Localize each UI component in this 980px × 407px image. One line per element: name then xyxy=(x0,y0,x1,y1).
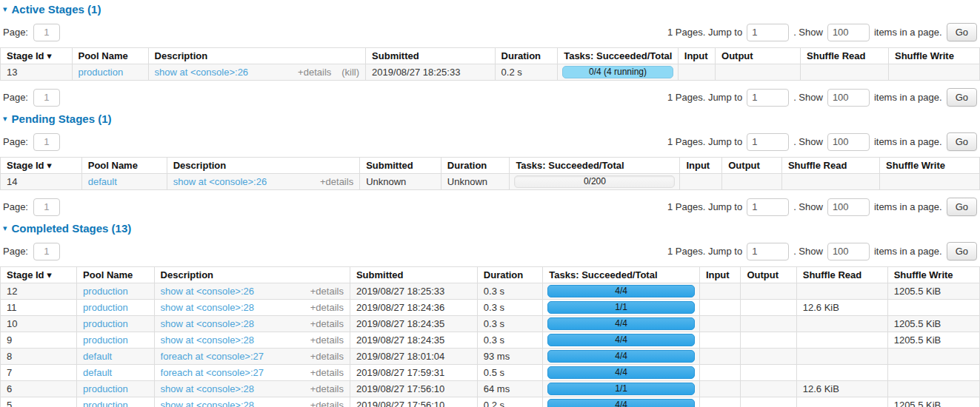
column-header-submitted[interactable]: Submitted xyxy=(360,158,441,174)
page-number-input[interactable] xyxy=(33,198,60,216)
pool-name-link[interactable]: default xyxy=(88,176,117,187)
column-header-tasks-succeeded-total[interactable]: Tasks: Succeeded/Total xyxy=(558,48,679,64)
go-button[interactable]: Go xyxy=(947,132,977,151)
pool-name-link[interactable]: default xyxy=(83,351,112,362)
stage-row: 13productionshow at <console>:26+details… xyxy=(1,64,980,81)
column-header-tasks-succeeded-total[interactable]: Tasks: Succeeded/Total xyxy=(543,267,700,283)
shuffle-write-cell: 1205.5 KiB xyxy=(887,316,979,332)
column-header-duration[interactable]: Duration xyxy=(441,158,510,174)
pool-name-link[interactable]: production xyxy=(83,286,128,297)
show-items-input[interactable] xyxy=(827,198,870,216)
show-items-input[interactable] xyxy=(827,89,870,107)
description-link[interactable]: show at <console>:28 xyxy=(161,318,300,329)
column-header-input[interactable]: Input xyxy=(699,267,741,283)
go-button[interactable]: Go xyxy=(947,88,977,107)
column-header-input[interactable]: Input xyxy=(680,158,722,174)
description-link[interactable]: show at <console>:26 xyxy=(173,176,310,187)
column-header-description[interactable]: Description xyxy=(148,48,365,64)
completed-stages-heading[interactable]: ▾ Completed Stages (13) xyxy=(3,222,980,235)
jump-to-page-input[interactable] xyxy=(747,133,789,151)
details-toggle[interactable]: +details xyxy=(310,302,344,313)
page-number-input[interactable] xyxy=(33,133,60,151)
kill-link[interactable]: (kill) xyxy=(341,67,359,78)
column-header-output[interactable]: Output xyxy=(741,267,796,283)
column-header-submitted[interactable]: Submitted xyxy=(366,48,496,64)
go-button[interactable]: Go xyxy=(947,23,977,41)
column-header-stage-id[interactable]: Stage Id ▾ xyxy=(1,267,77,283)
input-cell xyxy=(680,174,722,190)
column-header-output[interactable]: Output xyxy=(716,48,801,64)
description-link[interactable]: show at <console>:28 xyxy=(161,302,300,313)
details-toggle[interactable]: +details xyxy=(310,383,344,394)
column-header-stage-id[interactable]: Stage Id ▾ xyxy=(1,158,82,174)
details-toggle[interactable]: +details xyxy=(310,286,344,297)
header-row: Stage Id ▾Pool NameDescriptionSubmittedD… xyxy=(1,158,980,174)
pool-name-link[interactable]: production xyxy=(83,318,128,329)
column-header-duration[interactable]: Duration xyxy=(495,48,558,64)
shuffle-write-cell xyxy=(887,300,979,316)
column-header-pool-name[interactable]: Pool Name xyxy=(77,267,154,283)
column-header-pool-name[interactable]: Pool Name xyxy=(81,158,167,174)
page-number-input[interactable] xyxy=(33,24,60,41)
column-header-output[interactable]: Output xyxy=(722,158,782,174)
jump-to-page-input[interactable] xyxy=(747,198,789,216)
pool-name-link[interactable]: production xyxy=(83,383,128,394)
details-toggle[interactable]: +details xyxy=(310,318,344,329)
show-items-input[interactable] xyxy=(827,133,870,151)
pool-name-link[interactable]: production xyxy=(83,334,128,346)
details-toggle[interactable]: +details xyxy=(310,351,344,362)
shuffle-write-cell xyxy=(880,174,980,190)
description-link[interactable]: foreach at <console>:27 xyxy=(161,367,300,378)
column-header-shuffle-write[interactable]: Shuffle Write xyxy=(888,48,979,64)
details-toggle[interactable]: +details xyxy=(298,67,331,78)
description-link[interactable]: show at <console>:28 xyxy=(161,334,300,346)
duration-cell: 93 ms xyxy=(477,349,543,365)
shuffle-write-cell xyxy=(887,381,979,397)
items-label: items in a page. xyxy=(874,136,942,147)
page-number-input[interactable] xyxy=(33,89,60,107)
show-items-input[interactable] xyxy=(827,24,870,41)
active-stages-section: ▾ Active Stages (1) Page: 1 Pages. Jump … xyxy=(0,3,980,107)
details-toggle[interactable]: +details xyxy=(310,400,344,407)
stage-row: 8defaultforeach at <console>:27+details2… xyxy=(1,349,980,365)
pending-stages-heading[interactable]: ▾ Pending Stages (1) xyxy=(3,112,980,125)
description-link[interactable]: show at <console>:26 xyxy=(155,67,287,78)
description-link[interactable]: show at <console>:28 xyxy=(161,383,300,394)
details-toggle[interactable]: +details xyxy=(310,367,344,378)
column-header-duration[interactable]: Duration xyxy=(477,267,543,283)
column-header-submitted[interactable]: Submitted xyxy=(350,267,477,283)
column-header-shuffle-write[interactable]: Shuffle Write xyxy=(880,158,980,174)
details-toggle[interactable]: +details xyxy=(320,176,353,187)
column-header-input[interactable]: Input xyxy=(678,48,715,64)
column-header-tasks-succeeded-total[interactable]: Tasks: Succeeded/Total xyxy=(510,158,680,174)
column-header-shuffle-write[interactable]: Shuffle Write xyxy=(887,267,979,283)
pool-name-link[interactable]: production xyxy=(79,67,124,78)
submitted-cell: 2019/08/27 18:24:35 xyxy=(350,332,477,349)
column-header-shuffle-read[interactable]: Shuffle Read xyxy=(801,48,889,64)
column-header-stage-id[interactable]: Stage Id ▾ xyxy=(1,48,73,64)
column-header-pool-name[interactable]: Pool Name xyxy=(72,48,148,64)
description-link[interactable]: show at <console>:28 xyxy=(161,400,300,407)
show-items-input[interactable] xyxy=(827,243,870,260)
column-header-description[interactable]: Description xyxy=(154,267,350,283)
pool-name-link[interactable]: production xyxy=(83,400,128,407)
pool-name-link[interactable]: default xyxy=(83,367,112,378)
description-link[interactable]: foreach at <console>:27 xyxy=(161,351,300,362)
jump-to-page-input[interactable] xyxy=(747,89,789,107)
page-number-input[interactable] xyxy=(33,243,60,260)
column-header-description[interactable]: Description xyxy=(167,158,359,174)
pool-name-link[interactable]: production xyxy=(83,302,128,313)
duration-cell: Unknown xyxy=(441,174,510,190)
description-wrap: show at <console>:28+details xyxy=(161,400,344,407)
column-header-shuffle-read[interactable]: Shuffle Read xyxy=(781,158,879,174)
jump-to-page-input[interactable] xyxy=(747,24,789,41)
jump-to-page-input[interactable] xyxy=(747,243,789,260)
description-link[interactable]: show at <console>:26 xyxy=(161,286,300,297)
active-stages-heading[interactable]: ▾ Active Stages (1) xyxy=(3,3,980,16)
shuffle-read-cell xyxy=(796,316,887,332)
go-button[interactable]: Go xyxy=(947,198,977,216)
go-button[interactable]: Go xyxy=(947,242,977,260)
column-header-shuffle-read[interactable]: Shuffle Read xyxy=(796,267,887,283)
stage-id-cell: 14 xyxy=(1,174,82,190)
details-toggle[interactable]: +details xyxy=(310,334,344,346)
